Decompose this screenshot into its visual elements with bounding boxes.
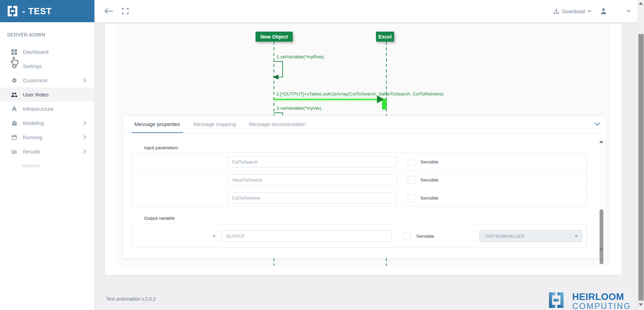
gear-icon <box>11 78 18 83</box>
download-button[interactable]: Download <box>553 0 592 22</box>
output-variable-input[interactable] <box>221 230 392 242</box>
briefcase-icon <box>11 120 18 126</box>
app-title: - TEST <box>22 6 52 16</box>
parameter-input[interactable] <box>227 156 397 167</box>
diagram-actor-excel[interactable]: Excel <box>376 32 394 42</box>
fullscreen-icon[interactable] <box>122 8 128 14</box>
message-1-line <box>274 61 283 62</box>
sidebar-item-label: Infrastructure <box>23 106 53 112</box>
users-icon <box>11 92 18 97</box>
panel-scrollbar-thumb[interactable] <box>600 209 603 264</box>
parameter-input[interactable] <box>227 174 397 185</box>
output-variable-title: Output variable <box>144 216 175 221</box>
mouse-cursor-hand <box>10 57 19 67</box>
panel-collapse-chevron-icon[interactable] <box>594 121 600 127</box>
sensible-label: Sensible <box>420 171 438 189</box>
app-window: - TEST SERVER ADMIN Dashboard Settings <box>0 0 644 310</box>
calendar-icon <box>11 135 18 140</box>
letter-a-icon <box>11 106 18 111</box>
sidebar-item-infrastructure[interactable]: Infrastructure <box>0 102 94 116</box>
diagram-actor-new-object[interactable]: New Object <box>256 32 293 42</box>
browser-scrollbar[interactable] <box>638 0 644 310</box>
scroll-up-arrow-icon[interactable] <box>639 2 643 5</box>
download-label: Download <box>562 8 585 14</box>
message-properties-panel: Message properties Message mapping Messa… <box>123 116 606 258</box>
sidebar-item-label: Customize <box>23 77 48 83</box>
sensible-label: Sensible <box>420 153 438 171</box>
sidebar-section-label: SERVER ADMIN <box>7 32 45 37</box>
message-1-arrowhead-icon <box>273 75 278 79</box>
sidebar-item-customize[interactable]: Customize <box>0 73 94 87</box>
chevron-down-icon[interactable] <box>626 9 631 12</box>
chevron-right-icon <box>83 78 86 83</box>
parameter-row: Sensible <box>132 189 587 207</box>
tab-message-mapping[interactable]: Message mapping <box>191 116 239 133</box>
grid-icon <box>11 49 18 55</box>
sensible-checkbox[interactable] <box>403 232 411 240</box>
sensible-label: Sensible <box>420 189 438 207</box>
back-arrow-icon[interactable] <box>104 8 113 15</box>
sidebar-item-user-roles[interactable]: User Roles <box>0 87 94 102</box>
output-prefix: # <box>213 224 216 248</box>
brand-name-line1: HEIRLOOM <box>572 292 624 302</box>
diagram-message-1[interactable]: 1.setVariable(*myRow) <box>276 54 324 59</box>
output-variable-box: # Sensible TASTROWVALUES <box>131 224 587 248</box>
chevron-down-icon <box>587 10 592 12</box>
sensible-label: Sensible <box>416 224 434 248</box>
message-3-line <box>282 112 283 116</box>
output-type-dropdown[interactable]: TASTROWVALUES <box>479 230 583 242</box>
user-icon[interactable] <box>601 8 607 14</box>
sensible-checkbox[interactable] <box>408 176 415 184</box>
tab-message-documentation[interactable]: Message documentation <box>246 116 308 133</box>
download-icon <box>553 8 559 14</box>
sidebar-item-label: User Roles <box>23 92 49 98</box>
input-parameters-title: Input parameters <box>144 145 178 150</box>
chevron-right-icon <box>83 135 86 140</box>
sidebar-logo-header: - TEST <box>0 0 94 22</box>
scroll-down-arrow-icon[interactable] <box>639 303 643 306</box>
input-parameters-box: Sensible Sensible Sensible <box>131 153 587 206</box>
sensible-checkbox[interactable] <box>408 194 415 202</box>
scroll-down-arrow-icon[interactable] <box>599 249 603 251</box>
app-logo-icon <box>7 5 18 17</box>
parameter-row: Sensible <box>132 153 587 171</box>
sidebar-item-label: Modeling <box>23 120 44 126</box>
sidebar-item-partial <box>22 165 40 167</box>
sidebar-item-label: Dashboard <box>23 49 48 55</box>
app-version-text: Test automation v.2.0.2 <box>106 296 156 302</box>
lifeline-excel-lower <box>386 258 387 266</box>
lifeline-new-object-lower <box>274 258 274 266</box>
topbar: Download <box>94 0 644 22</box>
message-3-line <box>274 112 283 113</box>
message-2-line-selected[interactable] <box>274 99 377 100</box>
diagram-message-3[interactable]: 3.setVariable(*myVar) <box>276 106 321 111</box>
sensible-checkbox[interactable] <box>408 158 415 166</box>
sidebar-item-running[interactable]: Running <box>0 130 94 144</box>
dropdown-caret-icon <box>575 235 578 237</box>
chevron-right-icon <box>83 149 86 154</box>
brand-name-line2: COMPUTING <box>572 301 631 310</box>
parameter-input[interactable] <box>227 192 397 203</box>
output-type-value: TASTROWVALUES <box>485 234 524 239</box>
message-1-line <box>282 61 283 77</box>
sidebar: - TEST SERVER ADMIN Dashboard Settings <box>0 0 94 310</box>
sidebar-item-label: Running <box>23 134 42 140</box>
sidebar-item-label: Results <box>23 149 40 154</box>
sidebar-item-results[interactable]: Results <box>0 144 94 159</box>
panel-scrollbar[interactable] <box>598 136 605 257</box>
message-2-arrowhead-icon <box>377 95 384 103</box>
browser-scrollbar-thumb[interactable] <box>638 34 644 301</box>
scroll-up-arrow-icon[interactable] <box>599 140 603 143</box>
sidebar-item-modeling[interactable]: Modeling <box>0 116 94 130</box>
parameter-row: Sensible <box>132 171 587 189</box>
panel-tabs: Message properties Message mapping Messa… <box>123 116 606 133</box>
bar-chart-icon <box>11 149 18 154</box>
heirloom-logo-icon <box>549 291 564 310</box>
tab-message-properties[interactable]: Message properties <box>132 116 183 133</box>
sidebar-item-label: Settings <box>23 63 42 69</box>
chevron-right-icon <box>83 121 86 125</box>
message-1-line <box>278 77 283 77</box>
diagram-message-2[interactable]: 2.[*OUTPUT]=vTableLookUpArray(ColToSearc… <box>276 91 444 97</box>
